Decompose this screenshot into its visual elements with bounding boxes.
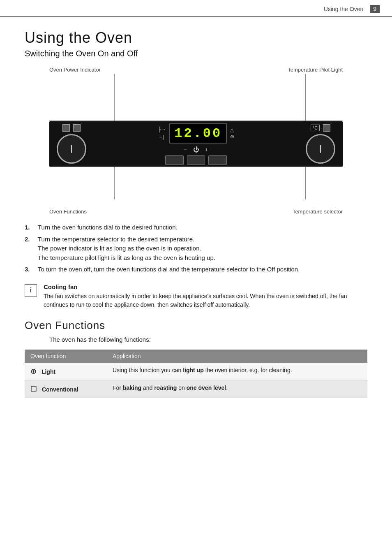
page-header: Using the Oven 9 — [0, 0, 392, 17]
application-cell-conventional: For baking and roasting on one oven leve… — [107, 380, 367, 398]
display-row: ├→ →| 12.00 △ ⊕ — [158, 123, 235, 144]
vline-left-bottom — [114, 167, 115, 199]
instruction-3-text: To turn the oven off, turn the oven func… — [38, 265, 367, 274]
label-temp-pilot: Temperature Pilot Light — [288, 67, 343, 73]
function-cell-light: ⊛ Light — [25, 363, 107, 380]
vline-right-top — [305, 74, 306, 121]
light-icon: ⊛ — [30, 367, 37, 375]
temp-dial-area: °C — [306, 124, 335, 164]
btn-right[interactable] — [208, 155, 226, 165]
instruction-2-text: Turn the temperature selector to the des… — [38, 235, 367, 263]
page-title: Using the Oven — [25, 29, 367, 46]
function-name-conventional: Conventional — [42, 386, 78, 393]
vline-right-bottom — [305, 167, 306, 199]
section1-heading: Switching the Oven On and Off — [25, 49, 367, 58]
time-display: 12.00 — [169, 123, 227, 144]
instruction-3-number: 3. — [25, 265, 34, 274]
bell-icon: △ — [230, 127, 234, 133]
indicator-square-1 — [62, 124, 70, 132]
bold-roasting: roasting — [154, 385, 177, 391]
temp-dial-mark — [320, 145, 321, 153]
section2-title: Oven Functions — [25, 319, 367, 332]
diagram-labels-top: Oven Power Indicator Temperature Pilot L… — [25, 67, 367, 73]
timer-arrow1: ├→ — [158, 127, 166, 132]
power-symbol[interactable]: ⏻ — [193, 146, 199, 153]
diagram-labels-bottom: Oven Functions Temperature selector — [25, 208, 367, 215]
instruction-2-number: 2. — [25, 235, 34, 263]
section2-intro: The oven has the following functions: — [49, 336, 367, 343]
instruction-3: 3. To turn the oven off, turn the oven f… — [25, 265, 367, 274]
temp-dial[interactable] — [306, 134, 335, 164]
col-header-function: Oven function — [25, 350, 107, 363]
info-icon: i — [25, 284, 37, 297]
table-header-row: Oven function Application — [25, 350, 367, 363]
hline-bottom — [49, 167, 343, 167]
table-row: ☐ Conventional For baking and roasting o… — [25, 380, 367, 398]
table-row: ⊛ Light Using this function you can ligh… — [25, 363, 367, 380]
label-temp-selector: Temperature selector — [293, 208, 343, 215]
functions-table: Oven function Application ⊛ Light Using … — [25, 350, 367, 398]
info-title: Cooling fan — [44, 283, 367, 290]
col-header-application: Application — [107, 350, 367, 363]
timer-arrow2: →| — [158, 134, 166, 140]
instruction-1: 1. Turn the oven functions dial to the d… — [25, 223, 367, 232]
controls-bottom: − ⏻ + — [184, 146, 209, 153]
info-content: Cooling fan The fan switches on automati… — [44, 283, 367, 309]
function-dial-area — [57, 124, 86, 164]
temp-indicator: °C — [311, 124, 330, 132]
application-cell-light: Using this function you can light up the… — [107, 363, 367, 380]
center-display: ├→ →| 12.00 △ ⊕ − ⏻ + — [158, 123, 235, 165]
header-title: Using the Oven — [324, 6, 364, 12]
conventional-icon: ☐ — [30, 385, 37, 393]
instructions: 1. Turn the oven functions dial to the d… — [25, 223, 367, 274]
bold-baking: baking — [123, 385, 141, 391]
minus-symbol[interactable]: − — [184, 146, 187, 153]
info-i-letter: i — [30, 287, 32, 294]
plus-symbol[interactable]: + — [205, 146, 209, 153]
function-dial[interactable] — [57, 134, 86, 164]
celsius-box: °C — [311, 125, 320, 131]
label-power-indicator: Oven Power Indicator — [49, 67, 101, 73]
side-icons: △ ⊕ — [230, 127, 234, 139]
bold-one-oven-level: one oven level — [187, 385, 226, 391]
diagram-area: Oven Power Indicator Temperature Pilot L… — [25, 67, 367, 215]
instruction-1-text: Turn the oven functions dial to the desi… — [38, 223, 367, 232]
instruction-2: 2. Turn the temperature selector to the … — [25, 235, 367, 263]
indicator-square-2 — [73, 124, 81, 132]
main-content: Using the Oven Switching the Oven On and… — [0, 17, 392, 410]
label-oven-functions: Oven Functions — [49, 208, 87, 215]
instruction-1-number: 1. — [25, 223, 34, 232]
vline-left-top — [114, 74, 115, 121]
info-box: i Cooling fan The fan switches on automa… — [25, 283, 367, 309]
indicator-lights — [62, 124, 81, 132]
dial-mark — [71, 145, 72, 153]
hline-top — [49, 120, 343, 120]
temp-indicator-square — [323, 124, 330, 132]
page-number: 9 — [370, 5, 380, 13]
function-name-light: Light — [42, 368, 55, 375]
oven-panel: ├→ →| 12.00 △ ⊕ − ⏻ + — [49, 121, 343, 167]
btn-left[interactable] — [165, 155, 183, 165]
bold-light-up: light up — [183, 367, 204, 373]
clock-icon: ⊕ — [230, 134, 234, 139]
btn-center[interactable] — [187, 155, 205, 165]
info-text: The fan switches on automatically in ord… — [44, 292, 367, 309]
function-cell-conventional: ☐ Conventional — [25, 380, 107, 398]
